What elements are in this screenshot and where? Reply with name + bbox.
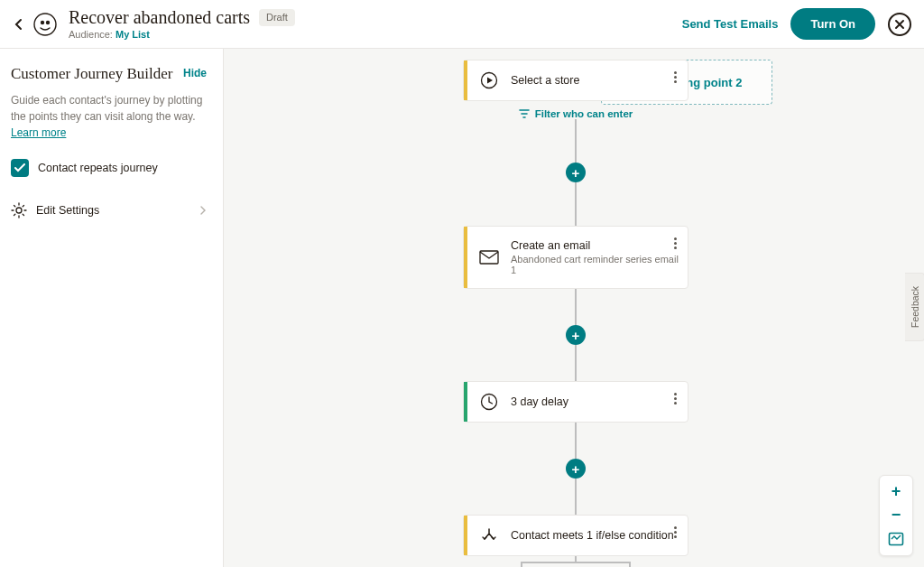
sidebar-description: Guide each contact's journey by plotting… xyxy=(11,92,207,141)
page-title: Recover abandoned carts xyxy=(69,7,250,27)
svg-point-1 xyxy=(41,20,44,23)
node-menu-icon[interactable] xyxy=(670,523,680,542)
learn-more-link[interactable]: Learn more xyxy=(11,126,66,139)
accent-bar xyxy=(464,227,467,288)
zoom-in-button[interactable]: + xyxy=(882,479,910,503)
node-menu-icon[interactable] xyxy=(670,389,680,408)
accent-bar xyxy=(464,516,467,555)
split-icon xyxy=(478,526,500,544)
svg-point-0 xyxy=(34,14,56,35)
app-header: Recover abandoned carts Draft Audience: … xyxy=(0,0,924,49)
repeats-journey-toggle[interactable]: Contact repeats journey xyxy=(11,159,207,177)
node-email[interactable]: Create an email Abandoned cart reminder … xyxy=(463,226,688,289)
turn-on-button[interactable]: Turn On xyxy=(790,8,875,40)
close-button[interactable] xyxy=(888,13,911,36)
connector-line xyxy=(575,423,577,459)
connector-line xyxy=(575,345,577,381)
audience-label: Audience: xyxy=(69,29,113,40)
edit-settings-label: Edit Settings xyxy=(36,204,190,217)
send-test-emails-link[interactable]: Send Test Emails xyxy=(682,17,779,31)
add-step-button[interactable]: + xyxy=(566,325,586,345)
status-badge: Draft xyxy=(259,9,295,25)
play-circle-icon xyxy=(478,71,500,89)
audience-link[interactable]: My List xyxy=(116,29,150,40)
connector-line xyxy=(575,479,577,515)
node-title: 3 day delay xyxy=(511,395,679,408)
zoom-controls: + − xyxy=(879,475,913,556)
svg-rect-5 xyxy=(480,251,498,264)
repeats-journey-label: Contact repeats journey xyxy=(38,162,158,174)
mail-icon xyxy=(478,250,500,265)
accent-bar xyxy=(464,382,467,422)
edit-settings-button[interactable]: Edit Settings xyxy=(11,202,207,218)
gear-icon xyxy=(11,202,27,218)
zoom-out-button[interactable]: − xyxy=(882,503,910,526)
node-condition[interactable]: Contact meets 1 if/else condition xyxy=(463,515,688,556)
sidebar-title: Customer Journey Builder xyxy=(11,65,172,83)
feedback-tab[interactable]: Feedback xyxy=(905,273,924,341)
node-starting-point[interactable]: Select a store xyxy=(463,60,688,101)
accent-bar xyxy=(464,60,467,100)
journey-canvas[interactable]: Add starting point 2 Select a store Filt… xyxy=(224,49,924,567)
filter-icon xyxy=(519,109,530,118)
flow-column: Select a store Filter who can enter + Cr… xyxy=(341,60,810,567)
connector-line xyxy=(575,119,577,163)
checkbox-checked-icon xyxy=(11,159,29,177)
node-delay[interactable]: 3 day delay xyxy=(463,381,688,423)
svg-point-3 xyxy=(16,208,22,213)
connector-line xyxy=(575,289,577,325)
node-menu-icon[interactable] xyxy=(670,68,680,87)
node-title: Contact meets 1 if/else condition xyxy=(511,529,679,542)
node-subtitle: Abandoned cart reminder series email 1 xyxy=(511,254,679,275)
node-title: Select a store xyxy=(511,74,679,87)
node-title: Create an email xyxy=(511,239,679,252)
fit-to-screen-button[interactable] xyxy=(882,526,910,552)
add-step-button[interactable]: + xyxy=(566,163,586,182)
hide-sidebar-link[interactable]: Hide xyxy=(183,67,207,79)
mailchimp-logo-icon xyxy=(32,12,58,37)
add-step-button[interactable]: + xyxy=(566,459,586,479)
back-button[interactable] xyxy=(13,18,25,31)
chevron-right-icon xyxy=(199,206,207,215)
page-title-block: Recover abandoned carts Draft Audience: … xyxy=(69,7,295,40)
filter-who-can-enter-link[interactable]: Filter who can enter xyxy=(519,108,633,119)
sidebar: Customer Journey Builder Hide Guide each… xyxy=(0,49,224,567)
clock-icon xyxy=(478,393,500,411)
svg-rect-7 xyxy=(890,534,903,545)
connector-line xyxy=(575,182,577,226)
node-menu-icon[interactable] xyxy=(670,234,680,253)
svg-point-2 xyxy=(46,20,50,23)
